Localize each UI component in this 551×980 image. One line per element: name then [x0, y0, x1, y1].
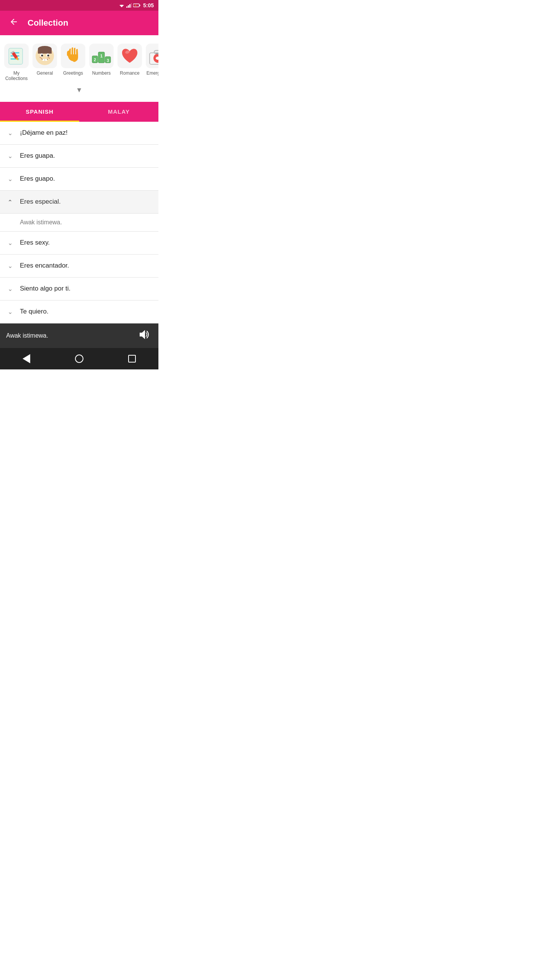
nav-back-icon [23, 354, 30, 363]
svg-point-25 [49, 58, 50, 59]
category-item-numbers[interactable]: 2 1 3 Numbers [88, 41, 115, 84]
chevron-down-icon: ▼ [76, 86, 83, 94]
phrase-chevron-3: ⌄ [6, 175, 14, 183]
svg-text:2: 2 [94, 58, 96, 62]
nav-home-button[interactable] [72, 351, 86, 366]
svg-rect-40 [156, 53, 158, 54]
phrase-row-4[interactable]: ⌄ Eres especial. [0, 191, 158, 214]
audio-play-button[interactable] [135, 326, 152, 345]
phrase-row-6[interactable]: ⌄ Eres encantador. [0, 255, 158, 278]
phrase-chevron-1: ⌄ [6, 129, 14, 137]
status-time: 5:05 [143, 2, 154, 8]
status-bar: 5:05 [0, 0, 158, 11]
category-label-my-collections: My Collections [5, 70, 28, 82]
wifi-icon [119, 3, 125, 8]
svg-text:3: 3 [107, 59, 109, 63]
phrase-row-7[interactable]: ⌄ Siento algo por ti. [0, 278, 158, 301]
phrase-chevron-4: ⌄ [6, 198, 14, 206]
category-label-general: General [37, 70, 53, 76]
category-item-general[interactable]: General [31, 41, 58, 84]
phrase-chevron-2: ⌄ [6, 152, 14, 160]
phrase-text-3: Eres guapo. [20, 175, 55, 183]
audio-bar: Awak istimewa. [0, 323, 158, 348]
category-expand-toggle[interactable]: ▼ [0, 84, 158, 99]
general-icon-wrap [33, 44, 57, 68]
greetings-icon-wrap [61, 44, 85, 68]
svg-point-24 [48, 57, 49, 58]
my-collections-icon-wrap [4, 44, 29, 68]
tab-malay-label: MALAY [108, 108, 130, 115]
numbers-icon-wrap: 2 1 3 [89, 44, 114, 68]
translation-row-4: Awak istimewa. [0, 214, 158, 232]
svg-rect-7 [139, 5, 140, 6]
category-item-romance[interactable]: Romance [116, 41, 143, 84]
greetings-icon [62, 45, 84, 67]
general-icon [34, 45, 55, 67]
phrase-text-1: ¡Déjame en paz! [20, 129, 68, 137]
page-title: Collection [28, 18, 68, 28]
tabs-bar: SPANISH MALAY [0, 102, 158, 122]
phrase-text-7: Siento algo por ti. [20, 285, 70, 292]
category-item-greetings[interactable]: Greetings [60, 41, 86, 84]
tab-malay[interactable]: MALAY [79, 102, 158, 122]
top-bar: Collection [0, 11, 158, 35]
phrase-chevron-8: ⌄ [6, 308, 14, 315]
svg-rect-4 [129, 4, 130, 8]
phrase-row-5[interactable]: ⌄ Eres sexy. [0, 232, 158, 255]
svg-rect-3 [128, 5, 129, 8]
category-label-greetings: Greetings [63, 70, 83, 76]
signal-icon [126, 3, 132, 8]
numbers-icon: 2 1 3 [91, 45, 112, 67]
category-item-my-collections[interactable]: My Collections [3, 41, 30, 84]
nav-home-icon [75, 354, 83, 363]
emergency-icon [147, 45, 158, 67]
phrase-row-8[interactable]: ⌄ Te quiero. [0, 301, 158, 323]
svg-point-20 [41, 55, 43, 57]
my-collections-icon [6, 45, 27, 67]
category-item-emergency[interactable]: Emergency [145, 41, 158, 84]
phrase-chevron-6: ⌄ [6, 262, 14, 270]
speaker-icon [139, 329, 149, 340]
svg-rect-39 [156, 57, 158, 59]
phrase-chevron-5: ⌄ [6, 239, 14, 247]
svg-rect-2 [126, 7, 127, 8]
category-section: My Collections [0, 35, 158, 102]
phrase-text-2: Eres guapa. [20, 152, 55, 160]
tab-spanish-label: SPANISH [26, 108, 54, 115]
status-icons [119, 3, 141, 8]
translation-text-4: Awak istimewa. [20, 219, 62, 225]
phrase-text-5: Eres sexy. [20, 239, 50, 247]
svg-rect-17 [38, 49, 52, 54]
tab-active-indicator [0, 121, 79, 122]
back-button[interactable] [6, 14, 21, 32]
category-label-numbers: Numbers [92, 70, 111, 76]
nav-back-button[interactable] [20, 351, 33, 366]
category-scroll: My Collections [0, 41, 158, 84]
svg-point-21 [47, 55, 49, 57]
svg-text:1: 1 [100, 54, 103, 58]
tab-spanish[interactable]: SPANISH [0, 102, 79, 122]
phrase-row-1[interactable]: ⌄ ¡Déjame en paz! [0, 122, 158, 145]
phrase-row-3[interactable]: ⌄ Eres guapo. [0, 168, 158, 191]
svg-point-22 [40, 57, 41, 58]
category-label-romance: Romance [120, 70, 139, 76]
svg-point-23 [41, 58, 42, 59]
emergency-icon-wrap [146, 44, 158, 68]
battery-icon [133, 3, 141, 8]
phrase-text-8: Te quiero. [20, 308, 49, 315]
romance-icon-wrap [117, 44, 142, 68]
category-label-emergency: Emergency [147, 70, 158, 76]
nav-recents-icon [128, 355, 136, 363]
nav-bar [0, 348, 158, 369]
phrase-text-4: Eres especial. [20, 198, 61, 206]
audio-text: Awak istimewa. [6, 332, 48, 339]
phrase-text-6: Eres encantador. [20, 262, 69, 270]
phrase-row-2[interactable]: ⌄ Eres guapa. [0, 145, 158, 168]
svg-rect-5 [131, 3, 132, 8]
phrase-list: ⌄ ¡Déjame en paz! ⌄ Eres guapa. ⌄ Eres g… [0, 122, 158, 323]
nav-recents-button[interactable] [125, 352, 139, 366]
phrase-chevron-7: ⌄ [6, 285, 14, 292]
romance-icon [119, 45, 140, 67]
